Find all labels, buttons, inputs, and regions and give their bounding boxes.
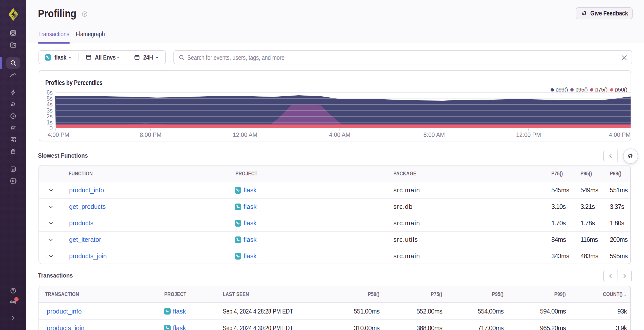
svg-text:0: 0 (49, 125, 53, 132)
svg-text:2s: 2s (47, 113, 53, 120)
svg-text:5s: 5s (47, 95, 53, 102)
svg-text:12:00 AM: 12:00 AM (233, 132, 257, 138)
svg-text:1s: 1s (47, 119, 53, 126)
svg-text:12:00 PM: 12:00 PM (516, 132, 541, 138)
svg-text:4:00 PM: 4:00 PM (609, 132, 631, 138)
svg-text:6s: 6s (47, 89, 53, 96)
svg-text:8:00 PM: 8:00 PM (140, 132, 162, 138)
svg-text:4s: 4s (47, 101, 53, 108)
svg-text:8:00 AM: 8:00 AM (424, 132, 445, 138)
svg-text:4:00 AM: 4:00 AM (329, 132, 350, 138)
svg-text:4:00 PM: 4:00 PM (48, 132, 69, 138)
svg-text:3s: 3s (47, 107, 53, 114)
